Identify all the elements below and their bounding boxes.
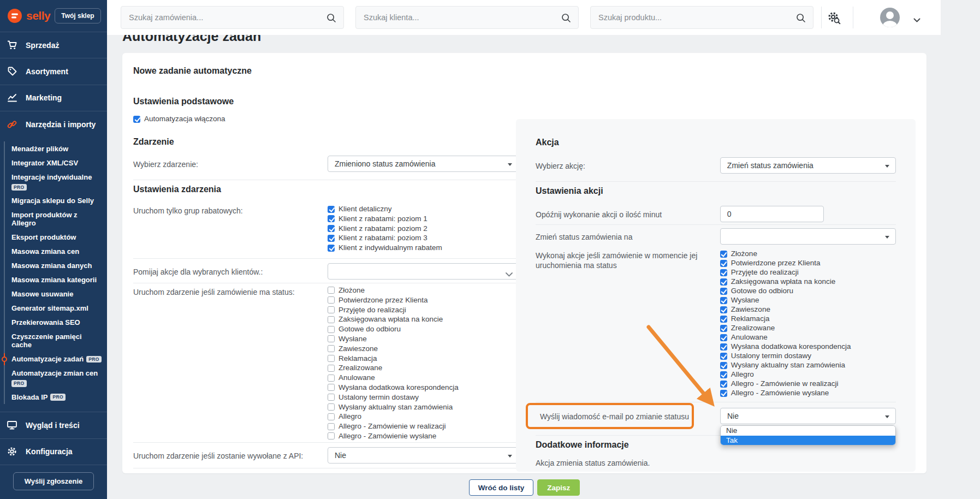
checkbox[interactable] xyxy=(328,235,335,242)
sidebar-submenu-item[interactable]: Masowa zmiana danych xyxy=(11,259,103,273)
sidebar-submenu-item[interactable]: Masowa zmiana kategorii xyxy=(11,273,103,287)
checkbox[interactable] xyxy=(720,306,727,313)
checkbox-option[interactable]: Zaksięgowana wpłata na koncie xyxy=(720,278,896,286)
option-nie[interactable]: Nie xyxy=(721,426,895,436)
sidebar-submenu-item[interactable]: Przekierowania SEO xyxy=(11,316,103,330)
checkbox[interactable] xyxy=(328,215,335,222)
search-icon[interactable] xyxy=(326,13,336,25)
checkbox[interactable] xyxy=(328,355,335,362)
automation-enabled-checkbox-row[interactable]: Automatyzacja włączona xyxy=(133,115,519,123)
checkbox[interactable] xyxy=(328,206,335,213)
checkbox-option[interactable]: Reklamacja xyxy=(328,355,519,363)
sidebar-item-narzedzia[interactable]: Narzędzia i importy xyxy=(0,111,107,137)
search-icon[interactable] xyxy=(561,13,571,25)
checkbox-option[interactable]: Potwierdzone przez Klienta xyxy=(720,259,896,267)
checkbox[interactable] xyxy=(720,288,727,295)
checkbox[interactable] xyxy=(720,334,727,341)
checkbox[interactable] xyxy=(328,345,335,352)
save-button[interactable]: Zapisz xyxy=(537,479,580,496)
back-to-list-button[interactable]: Wróć do listy xyxy=(469,479,534,496)
sidebar-submenu-item[interactable]: Blokada IPPRO xyxy=(11,390,103,404)
sidebar-submenu-item[interactable]: Automatyzacje zadańPRO xyxy=(11,352,103,366)
checkbox[interactable] xyxy=(328,316,335,323)
sidebar-item-marketing[interactable]: Marketing xyxy=(0,85,107,111)
sidebar-item-wyglad[interactable]: Wygląd i treści xyxy=(0,412,107,438)
sidebar-submenu-item[interactable]: Czyszczenie pamięci cache xyxy=(11,330,103,352)
checkbox[interactable] xyxy=(720,269,727,276)
checkbox-option[interactable]: Allegro xyxy=(328,413,519,420)
checkbox[interactable] xyxy=(328,335,335,342)
api-trigger-select[interactable]: Nie xyxy=(328,447,519,464)
checkbox[interactable] xyxy=(720,325,727,332)
sidebar-submenu-item[interactable]: Generator sitemap.xml xyxy=(11,301,103,316)
checkbox-option[interactable]: Wysłane xyxy=(328,335,519,343)
email-select[interactable]: Nie xyxy=(720,408,896,424)
client-search-input[interactable] xyxy=(356,7,578,28)
sidebar-submenu-item[interactable]: Integrator XML/CSV xyxy=(11,156,103,170)
sidebar-item-sprzedaz[interactable]: Sprzedaż xyxy=(0,32,107,58)
checkbox[interactable] xyxy=(720,381,727,388)
checkbox-option[interactable]: Allegro - Zamówienie wysłane xyxy=(720,389,896,397)
selly-logo-icon[interactable] xyxy=(8,9,22,23)
checkbox[interactable] xyxy=(720,278,727,286)
event-select[interactable]: Zmieniono status zamówienia xyxy=(328,156,519,172)
checkbox-option[interactable]: Allegro xyxy=(720,371,896,378)
sidebar-submenu-item[interactable]: Migracja sklepu do Selly xyxy=(11,194,103,208)
checkbox[interactable] xyxy=(720,251,727,258)
sidebar-submenu-item[interactable]: Masowe usuwanie xyxy=(11,287,103,301)
action-select[interactable]: Zmień status zamówienia xyxy=(720,157,896,174)
checkbox[interactable] xyxy=(328,375,335,382)
checkbox[interactable] xyxy=(720,343,727,351)
checkbox-option[interactable]: Wysłane xyxy=(720,296,896,304)
checkbox[interactable] xyxy=(328,296,335,304)
sidebar-submenu-item[interactable]: Eksport produktów xyxy=(11,230,103,245)
checkbox-option[interactable]: Gotowe do odbioru xyxy=(328,325,519,333)
sidebar-submenu-item[interactable]: Menadżer plików xyxy=(11,141,103,156)
checkbox[interactable] xyxy=(328,403,335,411)
checkbox-option[interactable]: Wysłana dodatkowa korespondencja xyxy=(720,343,896,351)
checkbox-option[interactable]: Zrealizowane xyxy=(328,364,519,372)
checkbox[interactable] xyxy=(328,384,335,391)
checkbox-option[interactable]: Klient z rabatami: poziom 1 xyxy=(328,215,519,223)
checkbox-option[interactable]: Allegro - Zamówienie w realizacji xyxy=(328,423,519,430)
checkbox-option[interactable]: Zawieszone xyxy=(720,306,896,313)
checkbox-option[interactable]: Zawieszone xyxy=(328,345,519,353)
sidebar-submenu-item[interactable]: Masowa zmiana cen xyxy=(11,245,103,259)
checkbox-option[interactable]: Przyjęte do realizacji xyxy=(328,306,519,314)
sidebar-submenu-item[interactable]: Automatyzacje zmian cenPRO xyxy=(11,366,103,390)
checkbox[interactable] xyxy=(328,306,335,313)
sidebar-submenu-item[interactable]: Import produktów z Allegro xyxy=(11,208,103,230)
checkbox[interactable] xyxy=(328,326,335,333)
skip-clients-multiselect[interactable] xyxy=(328,263,519,280)
send-ticket-button[interactable]: Wyślij zgłoszenie xyxy=(13,472,94,490)
checkbox[interactable] xyxy=(328,394,335,401)
checkbox-option[interactable]: Wysłany aktualny stan zamówienia xyxy=(328,403,519,411)
checkbox-option[interactable]: Ustalony termin dostawy xyxy=(328,394,519,401)
checkbox-option[interactable]: Złożone xyxy=(720,250,896,258)
product-search-input[interactable] xyxy=(591,7,813,28)
checkbox-option[interactable]: Gotowe do odbioru xyxy=(720,287,896,295)
checkbox[interactable] xyxy=(328,225,335,232)
change-status-select[interactable] xyxy=(720,228,896,245)
checkbox[interactable] xyxy=(133,116,140,123)
checkbox[interactable] xyxy=(720,371,727,378)
checkbox-option[interactable]: Wysłany aktualny stan zamówienia xyxy=(720,361,896,369)
checkbox[interactable] xyxy=(720,297,727,304)
chevron-down-icon[interactable] xyxy=(913,15,920,25)
checkbox[interactable] xyxy=(328,413,335,420)
delay-minutes-input[interactable] xyxy=(720,206,824,222)
checkbox[interactable] xyxy=(328,245,335,252)
checkbox-option[interactable]: Anulowane xyxy=(720,334,896,341)
checkbox-option[interactable]: Allegro - Zamówienie wysłane xyxy=(328,432,519,440)
avatar[interactable] xyxy=(880,8,900,27)
checkbox-option[interactable]: Ustalony termin dostawy xyxy=(720,352,896,360)
checkbox[interactable] xyxy=(328,423,335,430)
checkbox-option[interactable]: Klient z indywidualnym rabatem xyxy=(328,244,519,252)
checkbox-option[interactable]: Zaksięgowana wpłata na koncie xyxy=(328,316,519,323)
sidebar-item-konfiguracja[interactable]: Konfiguracja xyxy=(0,438,107,465)
checkbox-option[interactable]: Złożone xyxy=(328,287,519,294)
checkbox[interactable] xyxy=(720,390,727,397)
checkbox[interactable] xyxy=(328,432,335,439)
your-shop-button[interactable]: Twój sklep xyxy=(55,8,100,23)
checkbox[interactable] xyxy=(720,362,727,369)
